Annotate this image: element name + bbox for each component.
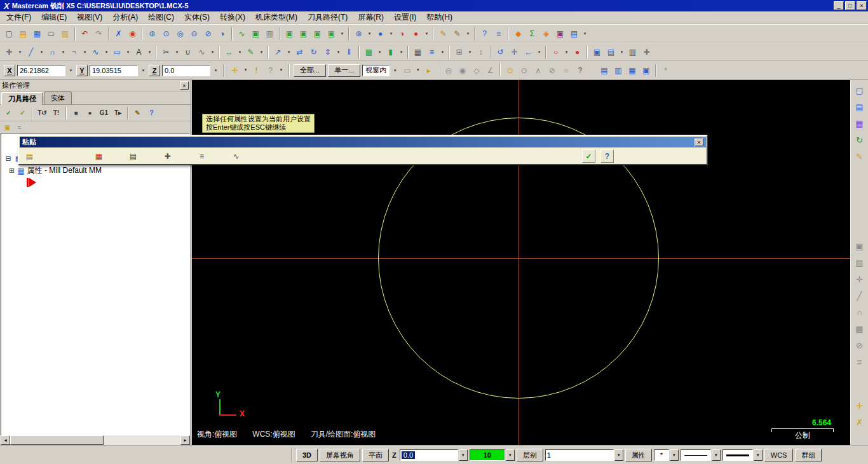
select-polygon-icon[interactable]: ◇ — [470, 64, 483, 77]
3d-mode-button[interactable]: 3D — [296, 449, 318, 461]
measure-icon[interactable]: ✛ — [852, 399, 867, 413]
menu-solids[interactable]: 实体(S) — [179, 11, 215, 24]
sketch-shape-icon-dropdown[interactable]: ▾ — [125, 46, 132, 58]
unhide-icon[interactable]: ▦ — [625, 64, 639, 77]
trim-break-icon[interactable]: ✂ — [159, 45, 173, 58]
qm-result-icon[interactable]: ▣ — [852, 239, 867, 254]
redo-icon[interactable]: ↷ — [92, 27, 105, 40]
insert-arrow-icon[interactable] — [27, 178, 189, 187]
solid-create-icon-dropdown[interactable]: ▾ — [398, 46, 405, 58]
lock-icon[interactable]: ▣ — [2, 123, 13, 132]
color-selector[interactable]: 10 — [470, 449, 505, 461]
surface-create-icon[interactable]: ▩ — [362, 45, 376, 58]
hide-more-icon[interactable]: ▥ — [611, 64, 625, 77]
solid-create-icon[interactable]: ▮ — [384, 45, 397, 58]
select-verify-icon[interactable]: ◎ — [442, 64, 455, 77]
note-icon-dropdown[interactable]: ▾ — [258, 46, 265, 58]
scroll-track[interactable] — [10, 435, 180, 445]
edit-pencil-icon[interactable]: ✎ — [852, 149, 867, 164]
settings-list-icon[interactable]: ▤ — [126, 149, 140, 163]
context-help-icon[interactable]: ? — [478, 27, 491, 40]
asterisk-icon[interactable]: * — [659, 64, 672, 77]
trim-break-icon-dropdown[interactable]: ▾ — [173, 46, 180, 58]
qm-points-icon[interactable]: ✛ — [852, 272, 867, 287]
unzoom-icon[interactable]: ⊘ — [201, 27, 215, 40]
menu-analyze[interactable]: 分析(A) — [107, 11, 143, 24]
screen-capture-icon[interactable]: ▧ — [58, 27, 72, 40]
settings-icon[interactable]: ✚ — [640, 45, 653, 58]
settings-rows-icon[interactable]: ≡ — [195, 149, 208, 163]
gview-top-icon[interactable]: ▣ — [283, 27, 296, 40]
dynamic-rotate-icon[interactable]: ↺ — [494, 45, 507, 58]
toolpath-config-icon[interactable]: ✎ — [131, 106, 144, 119]
machine-group-icon[interactable]: ▦ — [411, 45, 424, 58]
menu-xform[interactable]: 转换(X) — [215, 11, 250, 24]
wcs-button[interactable]: WCS — [764, 449, 794, 461]
expand-box-icon[interactable]: ⊞ — [9, 167, 15, 175]
sketch-arc-icon[interactable]: ∩ — [46, 45, 59, 58]
grid-snap-icon[interactable]: ⊞ — [452, 45, 466, 58]
xform-mirror-icon[interactable]: ⇄ — [293, 45, 306, 58]
zip2go-icon[interactable]: ▣ — [553, 27, 567, 40]
viewsheet-new-icon[interactable]: ▣ — [590, 45, 604, 58]
pick-last-icon[interactable]: ▸ — [422, 64, 435, 77]
y-coord-input[interactable] — [90, 65, 138, 76]
command-finder-icon-dropdown[interactable]: ▾ — [581, 27, 588, 40]
plane-button[interactable]: 平面 — [362, 449, 389, 461]
print-icon[interactable]: ▭ — [44, 27, 58, 40]
zoom-window-icon[interactable]: ⊕ — [146, 27, 159, 40]
qm-arcs-icon[interactable]: ∩ — [852, 305, 867, 320]
migration-wizard-icon[interactable]: ◆ — [512, 27, 525, 40]
select-all-button[interactable]: 全部... — [294, 64, 326, 77]
verify-icon[interactable]: ● — [83, 106, 97, 119]
window-shape-icon-dropdown[interactable]: ▾ — [414, 64, 421, 76]
analyze-dynamic-icon-dropdown[interactable]: ▾ — [465, 27, 471, 40]
gview-right-icon[interactable]: ▣ — [311, 27, 324, 40]
backplot-icon[interactable]: ■ — [69, 106, 83, 119]
select-direction-icon[interactable]: ∧ — [531, 64, 545, 77]
sketch-point-icon[interactable]: ✛ — [3, 45, 16, 58]
fit-screen-icon[interactable]: ▣ — [249, 27, 262, 40]
x-coord-label[interactable]: X — [4, 65, 15, 76]
scroll-left-button[interactable]: ◂ — [1, 435, 10, 445]
save-icon[interactable]: ▦ — [31, 27, 44, 40]
attributes-button[interactable]: 属性 — [625, 449, 652, 461]
coord-help-icon[interactable]: ? — [264, 64, 277, 77]
blank-entity-icon[interactable]: ▥ — [263, 27, 276, 40]
delete-entities-icon[interactable]: ✗ — [112, 27, 125, 40]
panel-close-button[interactable]: × — [180, 81, 189, 90]
toolpath-common-icon[interactable]: ≡ — [425, 45, 438, 58]
tree-horizontal-scrollbar[interactable]: ◂ ▸ — [1, 435, 190, 445]
select-window-icon[interactable]: ◉ — [456, 64, 469, 77]
x-coord-input[interactable] — [17, 65, 65, 76]
display-shaded-icon[interactable]: ● — [571, 45, 584, 58]
sketch-line-icon-dropdown[interactable]: ▾ — [38, 46, 45, 58]
ram-saver-icon[interactable]: Σ — [526, 27, 539, 40]
sketch-text-icon-dropdown[interactable]: ▾ — [146, 46, 153, 58]
select-dirty-operations-icon[interactable]: ✓ — [16, 106, 29, 119]
selection-window-dropdown[interactable]: ▾ — [391, 64, 398, 77]
qm-lines-icon[interactable]: ╱ — [852, 289, 867, 303]
gview-origin-icon-dropdown[interactable]: ▾ — [366, 27, 373, 40]
sketch-point-icon-dropdown[interactable]: ▾ — [17, 46, 24, 58]
modify-spline-icon-dropdown[interactable]: ▾ — [209, 46, 216, 58]
copy-icon[interactable]: ▤ — [852, 100, 867, 114]
y-coord-dropdown[interactable]: ▾ — [140, 64, 147, 77]
post-icon[interactable]: G1 — [97, 106, 111, 119]
xform-rotate-icon[interactable]: ↻ — [307, 45, 320, 58]
shade-sphere-icon-dropdown[interactable]: ▾ — [388, 27, 395, 40]
sketch-shape-icon[interactable]: ▭ — [111, 45, 124, 58]
menu-help[interactable]: 帮助(H) — [421, 11, 458, 24]
mcx-convert-icon[interactable]: ◈ — [539, 27, 553, 40]
window-shape-icon[interactable]: ▭ — [400, 64, 414, 77]
z-depth-input[interactable]: 0.0 — [400, 449, 458, 461]
select-all-operations-icon[interactable]: ✓ — [2, 106, 15, 119]
scratchpad-icon[interactable]: ▢ — [852, 83, 867, 98]
expand-collapse-icon[interactable]: ⊟ — [4, 154, 13, 163]
paste-clipboard-icon[interactable]: ▤ — [23, 149, 36, 163]
tree-item-properties[interactable]: ⊞ ▦ 属性 - Mill Default MM — [9, 165, 189, 176]
analyze-entity-icon[interactable]: ✎ — [437, 27, 450, 40]
dimension-icon[interactable]: ↔ — [222, 45, 236, 58]
selection-help-icon[interactable]: ? — [573, 64, 587, 77]
autocursor-override-icon[interactable]: ! — [250, 64, 263, 77]
